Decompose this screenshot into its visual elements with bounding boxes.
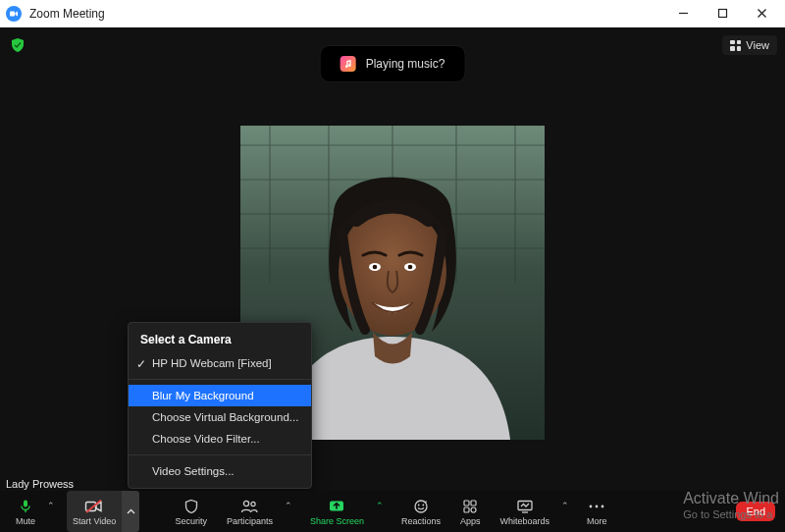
svg-point-19 [408,265,413,270]
share-caret-icon[interactable]: ⌃ [376,501,384,510]
menu-separator [129,379,311,380]
reactions-button[interactable]: Reactions [392,491,450,532]
menu-virtual-background[interactable]: Choose Virtual Background... [129,406,311,428]
start-video-button[interactable]: Start Video [67,491,122,532]
apps-icon [462,498,478,515]
menu-video-settings[interactable]: Video Settings... [129,460,311,482]
grid-icon [730,40,741,51]
encryption-shield-icon[interactable] [10,37,26,53]
svg-point-27 [418,505,420,506]
participants-button[interactable]: Participants ⌃ [217,491,283,532]
shield-icon [183,498,199,515]
mute-button[interactable]: Mute ⌃ [6,491,45,532]
checkmark-icon: ✓ [136,357,146,371]
svg-rect-31 [464,507,469,512]
more-icon [588,498,605,515]
camera-off-icon [84,498,104,515]
start-video-caret[interactable] [122,491,139,532]
view-button[interactable]: View [722,35,777,55]
svg-rect-20 [24,501,27,507]
whiteboards-caret-icon[interactable]: ⌃ [561,501,569,510]
video-options-menu: Select a Camera ✓ HP HD Webcam [Fixed] B… [128,322,312,489]
participants-icon [239,498,259,515]
mute-caret-icon[interactable]: ⌃ [47,501,55,510]
participants-caret-icon[interactable]: ⌃ [285,501,292,510]
menu-blur-background[interactable]: Blur My Background [129,385,311,406]
reactions-icon [413,498,429,515]
whiteboard-icon [516,498,534,515]
close-button[interactable] [742,0,781,27]
end-meeting-button[interactable]: End [736,502,775,521]
svg-rect-0 [10,11,15,16]
svg-point-32 [471,507,476,512]
menu-video-filter[interactable]: Choose Video Filter... [129,428,311,450]
svg-rect-30 [471,501,476,505]
svg-point-35 [590,505,593,508]
zoom-app-icon [6,6,22,22]
start-video-group: Start Video [67,491,139,532]
security-button[interactable]: Security [165,491,217,532]
svg-point-23 [244,501,249,505]
participant-name-label: Lady Prowess [4,477,76,491]
menu-separator [129,454,311,455]
microphone-icon [18,498,33,515]
svg-point-36 [596,505,599,508]
titlebar: Zoom Meeting [0,0,785,27]
more-button[interactable]: More [577,491,617,532]
whiteboards-button[interactable]: Whiteboards ⌃ [491,491,560,532]
menu-camera-option[interactable]: ✓ HP HD Webcam [Fixed] [129,352,311,374]
view-label: View [746,39,769,51]
zoom-window: Zoom Meeting View Playing music? [0,0,785,532]
share-screen-button[interactable]: Share Screen ⌃ [300,491,374,532]
svg-point-28 [422,505,424,506]
window-title: Zoom Meeting [29,7,105,21]
playing-music-pill[interactable]: Playing music? [320,45,466,82]
music-icon [340,56,356,72]
svg-rect-2 [718,10,726,18]
menu-header: Select a Camera [129,329,311,352]
meeting-toolbar: Mute ⌃ Start Video [0,491,785,532]
share-screen-icon [328,498,345,515]
svg-point-37 [602,505,604,508]
maximize-button[interactable] [703,0,742,27]
meeting-area: View Playing music? [0,27,785,532]
svg-point-17 [373,265,378,270]
svg-rect-29 [464,501,469,505]
pill-text: Playing music? [366,57,445,71]
minimize-button[interactable] [663,0,703,27]
svg-point-24 [251,502,255,505]
apps-button[interactable]: Apps [450,491,491,532]
